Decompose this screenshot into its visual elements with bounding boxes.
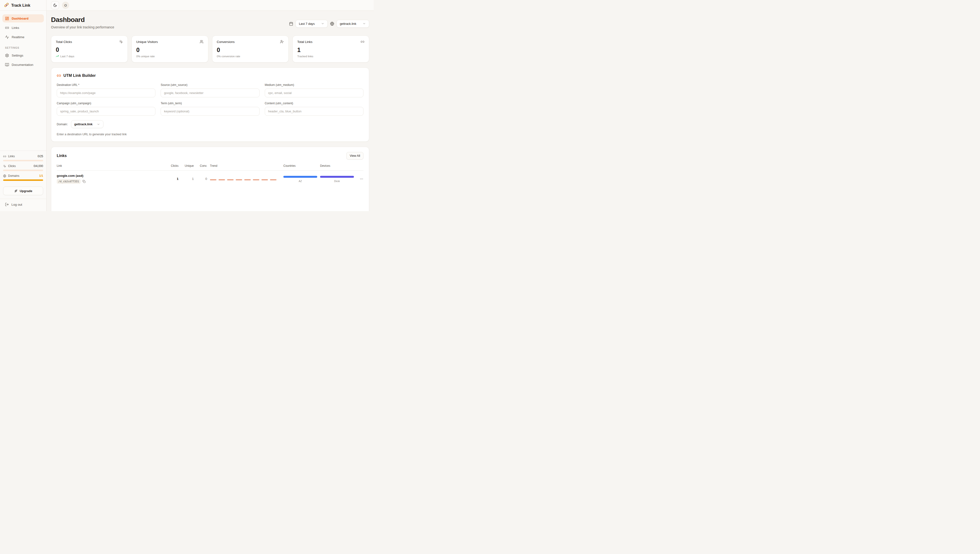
utm-content-input[interactable]: [265, 107, 363, 116]
user-check-icon: [280, 40, 284, 44]
stat-subtext: Last 7 days: [60, 55, 74, 58]
conv-value: 0: [197, 177, 207, 180]
builder-domain-select[interactable]: gettrack.link: [71, 120, 104, 128]
page-title: Dashboard: [51, 16, 114, 24]
column-header-trend: Trend: [210, 164, 280, 168]
stat-label: Conversions: [217, 40, 235, 44]
utm-campaign-input[interactable]: [57, 107, 155, 116]
link-icon: [3, 155, 6, 158]
clicks-value: 1: [167, 177, 178, 180]
stat-label: Total Clicks: [56, 40, 72, 44]
copy-link-button[interactable]: [83, 180, 86, 183]
stat-card-conversions: Conversions 0 0% conversion rate: [212, 35, 289, 62]
devices-cell: Desk: [320, 176, 354, 182]
logout-button[interactable]: Log out: [0, 199, 46, 211]
topbar: O: [46, 0, 374, 11]
header-controls: Last 7 days gettrack.link: [289, 18, 369, 29]
upgrade-label: Upgrade: [20, 189, 32, 193]
sidebar-item-documentation[interactable]: Documentation: [2, 61, 44, 69]
link-icon: [361, 40, 364, 44]
stat-subtext: 0% unique rate: [136, 55, 155, 58]
field-utm-campaign: Campaign (utm_campaign): [57, 102, 155, 116]
countries-cell: AZ: [283, 176, 317, 182]
trending-up-icon: [56, 54, 59, 58]
chevron-down-icon: [97, 123, 100, 126]
field-label: Source (utm_source): [161, 83, 259, 86]
row-menu-button[interactable]: [357, 177, 363, 181]
sidebar: Track Link Dashboard Links Realtime SETT…: [0, 0, 46, 211]
sidebar-item-label: Realtime: [12, 35, 24, 39]
view-all-button[interactable]: View All: [346, 152, 363, 160]
usage-value: 1/1: [39, 174, 43, 177]
sidebar-item-realtime[interactable]: Realtime: [2, 33, 44, 41]
ellipsis-icon: [360, 177, 363, 181]
usage-panel: Links 0/25 Clicks 0/4,000 Domains 1/1: [0, 150, 46, 185]
stat-value: 0: [217, 47, 284, 53]
sidebar-item-links[interactable]: Links: [2, 24, 44, 32]
utm-link-builder: UTM Link Builder Destination URL * Sourc…: [51, 67, 369, 142]
utm-source-input[interactable]: [161, 88, 259, 97]
usage-clicks: Clicks 0/4,000: [3, 164, 43, 171]
column-header-conv: Conv.: [197, 164, 207, 168]
upgrade-button[interactable]: Upgrade: [3, 187, 43, 195]
link-cell[interactable]: google.com (asd) /d_cb2cd77331: [57, 174, 164, 184]
sidebar-item-dashboard[interactable]: Dashboard: [2, 14, 44, 22]
field-utm-content: Content (utm_content): [265, 102, 363, 116]
domain-row-label: Domain:: [57, 123, 68, 126]
builder-helper-text: Enter a destination URL to generate your…: [57, 133, 363, 136]
usage-label: Links: [8, 155, 15, 158]
calendar-icon: [289, 22, 293, 26]
domain-select[interactable]: gettrack.link: [337, 20, 369, 28]
usage-progressbar: [3, 179, 43, 181]
builder-domain-value: gettrack.link: [74, 122, 93, 126]
device-label: Desk: [320, 180, 354, 182]
chain-logo-icon: [4, 3, 9, 8]
usage-links: Links 0/25: [3, 155, 43, 161]
date-range-value: Last 7 days: [299, 22, 315, 26]
primary-nav: Dashboard Links Realtime: [0, 11, 46, 41]
sidebar-item-label: Documentation: [12, 63, 33, 67]
avatar-initial: O: [64, 3, 67, 7]
trend-sparkline: [210, 177, 280, 180]
link-icon: [57, 73, 61, 78]
field-utm-medium: Medium (utm_medium): [265, 83, 363, 97]
usage-label: Clicks: [8, 164, 16, 168]
device-bar: [320, 176, 354, 178]
utm-medium-input[interactable]: [265, 88, 363, 97]
date-range-select[interactable]: Last 7 days: [296, 20, 328, 28]
stat-card-total-links: Total Links 1 Tracked links: [293, 35, 369, 62]
sparkles-icon: [14, 189, 18, 193]
stat-value: 0: [56, 47, 123, 53]
column-header-clicks: Clicks: [167, 164, 178, 168]
sidebar-item-settings[interactable]: Settings: [2, 51, 44, 59]
stat-card-unique-visitors: Unique Visitors 0 0% unique rate: [132, 35, 208, 62]
sidebar-item-label: Links: [12, 26, 19, 30]
page-header: Dashboard Overview of your link tracking…: [51, 16, 369, 29]
logout-icon: [5, 203, 9, 206]
field-label: Medium (utm_medium): [265, 83, 363, 86]
cursor-click-icon: [3, 164, 6, 168]
field-label: Campaign (utm_campaign): [57, 102, 155, 105]
copy-icon: [83, 180, 86, 183]
field-label: Destination URL *: [57, 83, 155, 86]
stat-cards: Total Clicks 0 Last 7 days Unique Visito…: [51, 35, 369, 62]
utm-term-input[interactable]: [161, 107, 259, 116]
field-utm-source: Source (utm_source): [161, 83, 259, 97]
user-avatar[interactable]: O: [62, 2, 69, 9]
theme-toggle-button[interactable]: [51, 1, 59, 9]
stat-value: 0: [136, 47, 204, 53]
gear-icon: [5, 53, 9, 57]
domain-value: gettrack.link: [340, 22, 356, 26]
unique-value: 1: [181, 177, 194, 180]
usage-value: 0/4,000: [33, 164, 43, 168]
usage-progressbar: [3, 160, 43, 161]
destination-url-input[interactable]: [57, 88, 155, 97]
globe-icon: [330, 22, 334, 26]
dashboard-grid-icon: [5, 16, 9, 21]
users-icon: [200, 40, 204, 44]
moon-icon: [53, 3, 57, 7]
field-label: Content (utm_content): [265, 102, 363, 105]
sidebar-item-label: Dashboard: [12, 17, 29, 20]
usage-label: Domains: [8, 174, 19, 177]
country-bar: [283, 176, 317, 178]
